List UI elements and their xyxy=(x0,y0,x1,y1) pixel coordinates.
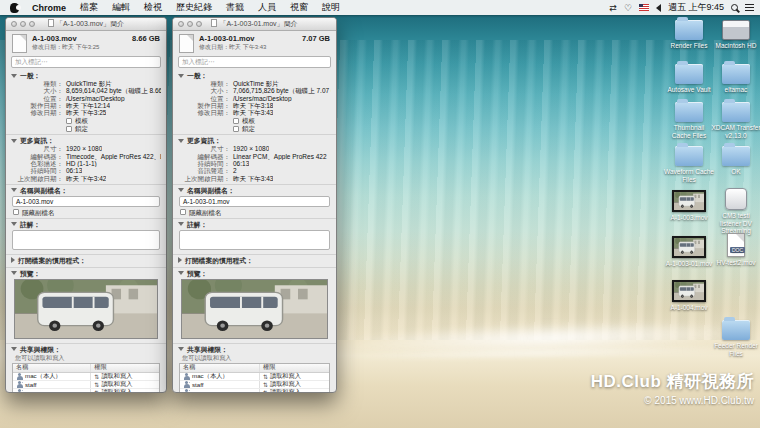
zoom-button[interactable] xyxy=(29,21,35,27)
desktop-icon-ok[interactable]: OK xyxy=(711,146,760,176)
column-name[interactable]: 名稱 xyxy=(13,364,91,372)
checkbox[interactable] xyxy=(66,126,72,132)
info-row: 修改日期：昨天 下午3:25 xyxy=(11,109,161,116)
disclosure-triangle-icon[interactable] xyxy=(178,139,184,143)
filename-field[interactable]: A-1-003.mov xyxy=(12,196,160,207)
comments-field[interactable] xyxy=(179,230,330,250)
disclosure-triangle-icon[interactable] xyxy=(11,257,15,263)
privilege-popup-arrows-icon xyxy=(263,389,268,393)
checkbox[interactable] xyxy=(233,126,239,132)
column-name[interactable]: 名稱 xyxy=(180,364,260,372)
section-comments-header[interactable]: 註解： xyxy=(11,220,161,229)
disclosure-triangle-icon[interactable] xyxy=(11,347,17,351)
privilege-popup-arrows-icon xyxy=(94,373,99,380)
desktop-icon-autosave-vault[interactable]: Autosave Vault xyxy=(664,64,714,94)
disclosure-triangle-icon[interactable] xyxy=(178,257,182,263)
checkbox[interactable] xyxy=(13,209,19,215)
section-name-extension-header[interactable]: 名稱與副檔名： xyxy=(178,186,331,195)
comments-field[interactable] xyxy=(12,230,160,250)
privilege-popup-arrows-icon xyxy=(263,381,268,388)
folder-icon xyxy=(722,102,750,122)
desktop-icon-thumbnail-cache[interactable]: Thumbnail Cache Files xyxy=(664,102,714,139)
folder-icon xyxy=(722,146,750,166)
section-general-header[interactable]: 一般： xyxy=(178,71,331,80)
title-bar[interactable]: 「A-1-003-01.mov」簡介 xyxy=(173,18,336,31)
heart-menu-icon[interactable]: ♡ xyxy=(624,3,632,13)
desktop-icon-a-1-003-01-mov[interactable]: A-1-003-01.mov xyxy=(664,236,714,268)
minimize-button[interactable] xyxy=(187,21,193,27)
disclosure-triangle-icon[interactable] xyxy=(178,222,184,226)
checkbox[interactable] xyxy=(233,118,239,124)
desktop-icon-render-files[interactable]: Render Files xyxy=(664,20,714,50)
menu-clock[interactable]: 週五 上午9:45 xyxy=(668,1,724,14)
desktop-icon-a-1-004-mov[interactable]: A-1-004.mov xyxy=(664,280,714,312)
section-preview-header[interactable]: 預覽： xyxy=(178,269,331,278)
menu-people[interactable]: 人員 xyxy=(251,1,283,14)
menu-help[interactable]: 說明 xyxy=(315,1,347,14)
desktop-icon-waveform-cache[interactable]: Waveform Cache Files xyxy=(664,146,714,183)
permissions-table: 名稱 權限 mac（本人） 讀取和寫入 staff 讀取和寫入 everyone… xyxy=(179,363,330,393)
disclosure-triangle-icon[interactable] xyxy=(11,74,17,78)
menu-app-name[interactable]: Chrome xyxy=(25,3,73,13)
file-size: 7.07 GB xyxy=(302,34,330,43)
menu-edit[interactable]: 編輯 xyxy=(105,1,137,14)
zoom-button[interactable] xyxy=(196,21,202,27)
desktop-icon-feeder-render-files[interactable]: Feeder Render Files xyxy=(711,320,760,357)
disclosure-triangle-icon[interactable] xyxy=(11,271,17,275)
section-open-with-header[interactable]: 打開檔案的慣用程式： xyxy=(11,256,161,265)
movie-thumbnail-icon xyxy=(672,190,706,212)
disclosure-triangle-icon[interactable] xyxy=(178,188,184,192)
section-sharing-header[interactable]: 共享與權限： xyxy=(178,345,331,354)
desktop-icon-streaming-app[interactable]: CM3 testi listener DV Streaming xyxy=(711,188,760,235)
title-bar[interactable]: 「A-1-003.mov」簡介 xyxy=(6,18,166,31)
section-general-header[interactable]: 一般： xyxy=(11,71,161,80)
checkbox[interactable] xyxy=(180,209,186,215)
spotlight-search-icon[interactable] xyxy=(731,4,738,11)
disclosure-triangle-icon[interactable] xyxy=(11,188,17,192)
menu-file[interactable]: 檔案 xyxy=(73,1,105,14)
section-sharing-header[interactable]: 共享與權限： xyxy=(11,345,161,354)
section-comments: 註解： xyxy=(6,218,166,254)
tags-input[interactable]: 加入標記⋯ xyxy=(178,56,331,68)
section-preview-header[interactable]: 預覽： xyxy=(11,269,161,278)
minimize-button[interactable] xyxy=(20,21,26,27)
apple-menu-icon[interactable] xyxy=(10,3,19,13)
menu-view[interactable]: 檢視 xyxy=(137,1,169,14)
video-preview-thumbnail[interactable] xyxy=(14,279,158,339)
desktop-icon-eltamac[interactable]: eltamac xyxy=(711,64,760,94)
video-preview-thumbnail[interactable] xyxy=(181,279,328,339)
menu-history[interactable]: 歷史紀錄 xyxy=(169,1,219,14)
desktop-icon-a-1-003-mov[interactable]: A-1-003.mov xyxy=(664,190,714,222)
section-general: 一般： 種類：QuickTime 影片 大小：8,659,614,042 byt… xyxy=(6,70,166,134)
icon-label: Feeder Render Files xyxy=(711,342,760,357)
icon-label: A-1-003-01.mov xyxy=(666,260,713,268)
disclosure-triangle-icon[interactable] xyxy=(11,139,17,143)
notification-center-icon[interactable] xyxy=(745,4,754,11)
volume-icon[interactable] xyxy=(656,4,661,12)
permission-row[interactable]: everyone 讀取和寫入 xyxy=(13,389,159,393)
desktop-icon-xdcam-transfer[interactable]: XDCAM Transfer v2.13.0 xyxy=(711,102,760,139)
section-name-extension-header[interactable]: 名稱與副檔名： xyxy=(11,186,161,195)
filename-field[interactable]: A-1-003-01.mov xyxy=(179,196,330,207)
close-button[interactable] xyxy=(178,21,184,27)
section-comments-header[interactable]: 註解： xyxy=(178,220,331,229)
input-source-flag-icon[interactable] xyxy=(639,4,649,11)
movie-thumbnail-icon xyxy=(672,280,706,302)
desktop-icon-hv-test2-mov[interactable]: DOC HV-test2.mov xyxy=(711,233,760,267)
disclosure-triangle-icon[interactable] xyxy=(11,222,17,226)
disclosure-triangle-icon[interactable] xyxy=(178,271,184,275)
section-more-info-header[interactable]: 更多資訊： xyxy=(178,136,331,145)
permission-row[interactable]: everyone 讀取和寫入 xyxy=(180,389,329,393)
checkbox[interactable] xyxy=(66,118,72,124)
disclosure-triangle-icon[interactable] xyxy=(178,347,184,351)
menu-window[interactable]: 視窗 xyxy=(283,1,315,14)
tags-input[interactable]: 加入標記⋯ xyxy=(11,56,161,68)
disclosure-triangle-icon[interactable] xyxy=(178,74,184,78)
section-more-info-header[interactable]: 更多資訊： xyxy=(11,136,161,145)
desktop-icon-macintosh-hd[interactable]: Macintosh HD xyxy=(711,20,760,50)
menu-bookmarks[interactable]: 書籤 xyxy=(219,1,251,14)
close-button[interactable] xyxy=(11,21,17,27)
section-open-with-header[interactable]: 打開檔案的慣用程式： xyxy=(178,256,331,265)
sync-status-icon[interactable]: ⇄ xyxy=(609,3,617,13)
info-row: 尺寸：1920 × 1080 xyxy=(178,145,331,152)
